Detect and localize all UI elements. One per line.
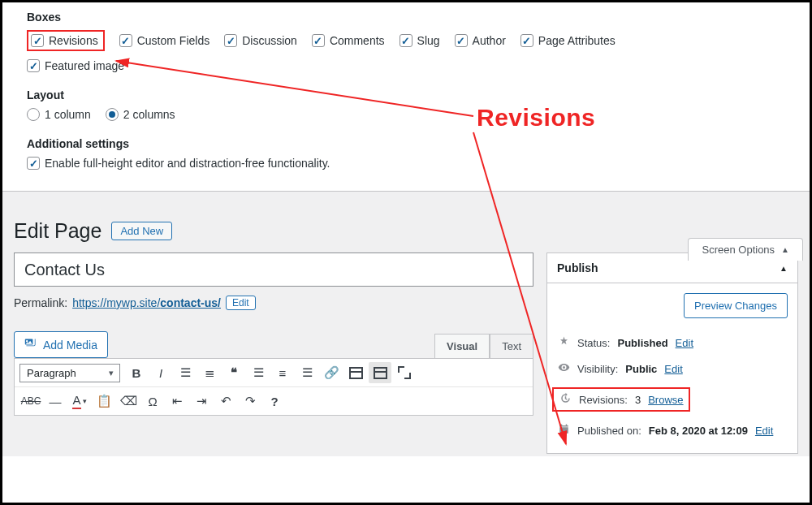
boxes-heading: Boxes [27,2,793,30]
checkbox-icon [224,34,237,47]
add-media-button[interactable]: Add Media [14,331,108,358]
collapse-icon: ▲ [780,264,788,273]
checkbox-icon [455,34,468,47]
radio-icon [106,108,119,121]
history-icon [559,392,572,407]
editor-body: Edit Page Add New Permalink: https://myw… [2,192,810,456]
revisions-row: Revisions: 3 Browse [557,382,788,417]
preview-changes-button[interactable]: Preview Changes [684,293,788,318]
fullscreen-button[interactable] [393,362,416,383]
permalink-row: Permalink: https://mywp.site/contact-us/… [14,296,533,310]
checkbox-page-attributes[interactable]: Page Attributes [520,34,615,47]
undo-button[interactable]: ↶ [214,391,237,412]
checkbox-comments[interactable]: Comments [312,34,385,47]
edit-status-link[interactable]: Edit [676,337,693,349]
tab-visual[interactable]: Visual [434,334,490,358]
format-select[interactable]: Paragraph [19,364,120,382]
checkbox-icon [312,34,325,47]
checkbox-slug[interactable]: Slug [400,34,440,47]
permalink-link[interactable]: https://mywp.site/contact-us/ [72,296,221,309]
page-title: Edit Page [14,219,102,243]
checkbox-icon [520,34,533,47]
indent-button[interactable]: ⇥ [190,391,213,412]
checkbox-author[interactable]: Author [455,34,506,47]
toolbar-toggle-button[interactable] [369,362,391,383]
clear-formatting-button[interactable]: ⌫ [117,391,140,412]
checkbox-icon [400,34,412,47]
add-new-button[interactable]: Add New [111,222,172,240]
align-right-button[interactable]: ☰ [296,362,318,383]
status-row: Status: Published Edit [557,330,788,356]
editor-toolbar: Paragraph B I ☰ ≣ ❝ ☰ ≡ ☰ 🔗 [14,358,533,416]
paste-text-button[interactable]: 📋 [93,391,115,412]
media-icon [24,337,37,352]
italic-button[interactable]: I [149,362,172,383]
tab-text[interactable]: Text [490,334,533,358]
checkbox-full-height-editor[interactable]: Enable full-height editor and distractio… [27,157,330,170]
align-left-button[interactable]: ☰ [247,362,270,383]
title-input[interactable] [14,252,533,287]
outdent-button[interactable]: ⇤ [166,391,188,412]
bold-button[interactable]: B [125,362,148,383]
screen-options-tab[interactable]: Screen Options ▲ [688,238,803,261]
checkbox-icon [27,59,40,72]
checkbox-icon [119,34,132,47]
chevron-up-icon: ▲ [781,245,789,254]
radio-icon [27,108,40,121]
edit-visibility-link[interactable]: Edit [664,363,682,375]
checkbox-icon [31,34,44,47]
numbered-list-button[interactable]: ≣ [198,362,221,383]
checkbox-discussion[interactable]: Discussion [224,34,297,47]
align-center-button[interactable]: ≡ [271,362,294,383]
revisions-highlight: Revisions: 3 Browse [552,387,690,412]
visibility-row: Visibility: Public Edit [557,356,788,382]
checkbox-icon [27,157,40,170]
bullet-list-button[interactable]: ☰ [174,362,197,383]
radio-2-columns[interactable]: 2 columns [106,108,175,121]
blockquote-button[interactable]: ❝ [222,362,245,383]
edit-date-link[interactable]: Edit [755,425,773,437]
hr-button[interactable]: — [44,391,67,412]
pin-icon [557,335,570,350]
link-button[interactable]: 🔗 [320,362,343,383]
browse-revisions-link[interactable]: Browse [648,394,683,406]
publish-panel: Publish ▲ Preview Changes Status: Publis… [546,252,798,454]
text-color-button[interactable]: A▾ [68,391,91,412]
screen-options-panel: Boxes Revisions Custom Fields Discussion… [2,2,810,192]
checkbox-custom-fields[interactable]: Custom Fields [119,34,209,47]
calendar-icon [557,423,570,438]
insert-more-button[interactable] [344,362,367,383]
annotation-label: Revisions [477,104,595,132]
checkbox-featured-image[interactable]: Featured image [27,59,124,72]
radio-1-column[interactable]: 1 column [27,108,91,121]
help-button[interactable]: ? [263,391,286,412]
permalink-label: Permalink: [14,296,67,309]
revisions-highlight: Revisions [27,30,105,51]
special-char-button[interactable]: Ω [141,391,164,412]
permalink-edit-button[interactable]: Edit [226,296,256,310]
published-row: Published on: Feb 8, 2020 at 12:09 Edit [557,417,788,443]
eye-icon [557,361,570,376]
redo-button[interactable]: ↷ [239,391,261,412]
checkbox-revisions[interactable]: Revisions [31,34,98,47]
additional-heading: Additional settings [27,129,793,157]
strikethrough-button[interactable]: ABC [19,391,42,412]
layout-heading: Layout [27,80,793,108]
